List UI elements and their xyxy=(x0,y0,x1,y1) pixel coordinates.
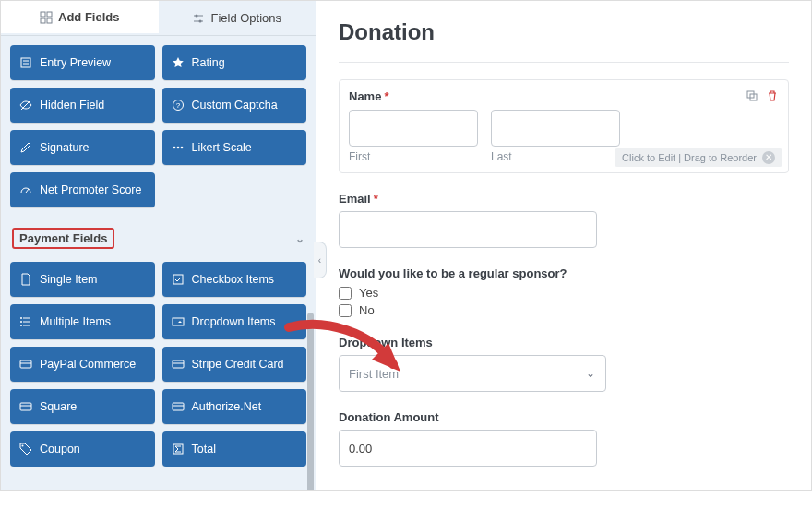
tab-add-fields[interactable]: Add Fields xyxy=(1,1,159,35)
field-button-label: Custom Captcha xyxy=(192,99,278,112)
required-asterisk: * xyxy=(384,89,388,103)
field-button-label: Square xyxy=(40,400,77,413)
field-button-entry-preview[interactable]: Entry Preview xyxy=(10,45,155,80)
checkbox-input[interactable] xyxy=(339,287,352,300)
pencil-icon xyxy=(19,141,32,154)
svg-line-17 xyxy=(26,189,29,193)
required-asterisk: * xyxy=(374,192,378,206)
entry-preview-icon xyxy=(19,56,32,69)
svg-rect-30 xyxy=(20,403,31,410)
field-button-hidden-field[interactable]: Hidden Field xyxy=(10,88,155,123)
page-title: Donation xyxy=(339,19,789,63)
field-button-signature[interactable]: Signature xyxy=(10,130,155,165)
field-button-label: Dropdown Items xyxy=(192,315,276,328)
svg-rect-2 xyxy=(41,18,45,23)
svg-rect-32 xyxy=(173,403,184,410)
last-name-input[interactable] xyxy=(491,110,620,147)
field-button-label: Multiple Items xyxy=(40,315,111,328)
sublabel-first: First xyxy=(349,150,478,163)
field-button-label: PayPal Commerce xyxy=(40,358,136,371)
sublabel-last: Last xyxy=(491,150,620,163)
sidebar-scroll[interactable]: Entry PreviewRatingHidden Field?Custom C… xyxy=(1,36,316,490)
field-button-checkbox-items[interactable]: Checkbox Items xyxy=(162,262,307,297)
card-icon xyxy=(19,400,32,413)
checkbox-input[interactable] xyxy=(339,304,352,317)
collapse-sidebar-button[interactable]: ‹ xyxy=(314,242,327,278)
field-label: Name* xyxy=(349,89,388,103)
tab-label: Field Options xyxy=(210,11,281,25)
card-icon xyxy=(19,358,32,371)
svg-point-14 xyxy=(173,147,175,149)
star-icon xyxy=(172,56,185,69)
trash-icon[interactable] xyxy=(766,89,779,102)
card-icon xyxy=(172,358,185,371)
dropdown-items-select[interactable]: First Item xyxy=(339,355,606,392)
svg-text:?: ? xyxy=(175,101,180,110)
field-email[interactable]: Email* xyxy=(339,192,789,248)
dots-icon xyxy=(172,141,185,154)
section-title-text: Payment Fields xyxy=(12,228,114,249)
field-button-label: Likert Scale xyxy=(192,141,252,154)
field-label: Dropdown Items xyxy=(339,336,789,349)
tag-icon xyxy=(19,443,32,455)
field-button-label: Stripe Credit Card xyxy=(192,358,284,371)
field-button-custom-captcha[interactable]: ?Custom Captcha xyxy=(162,88,307,123)
field-label: Email* xyxy=(339,192,789,206)
email-input[interactable] xyxy=(339,211,597,248)
svg-rect-0 xyxy=(41,12,45,17)
gauge-icon xyxy=(19,183,32,196)
file-icon xyxy=(19,273,32,286)
check-square-icon xyxy=(172,273,185,286)
checkbox-option-yes[interactable]: Yes xyxy=(339,286,789,300)
field-donation-amount[interactable]: Donation Amount xyxy=(339,410,789,467)
field-button-paypal-commerce[interactable]: PayPal Commerce xyxy=(10,347,155,382)
first-name-input[interactable] xyxy=(349,110,478,147)
svg-point-22 xyxy=(20,317,22,319)
close-icon[interactable]: ✕ xyxy=(762,151,775,164)
checkbox-option-no[interactable]: No xyxy=(339,303,789,317)
svg-rect-25 xyxy=(173,318,184,325)
field-button-multiple-items[interactable]: Multiple Items xyxy=(10,304,155,339)
tab-field-options[interactable]: Field Options xyxy=(159,1,316,35)
svg-point-5 xyxy=(196,14,198,17)
field-button-stripe-credit-card[interactable]: Stripe Credit Card xyxy=(162,347,307,382)
svg-rect-18 xyxy=(173,275,183,284)
field-button-single-item[interactable]: Single Item xyxy=(10,262,155,297)
svg-rect-3 xyxy=(47,18,52,23)
scrollbar-thumb[interactable] xyxy=(307,313,314,490)
chevron-down-icon: ⌄ xyxy=(295,232,304,245)
field-label: Donation Amount xyxy=(339,410,789,424)
field-button-dropdown-items[interactable]: Dropdown Items xyxy=(162,304,307,339)
field-sponsor[interactable]: Would you like to be a regular sponsor? … xyxy=(339,266,789,317)
dropdown-icon xyxy=(172,315,185,328)
field-button-net-promoter-score[interactable]: Net Promoter Score xyxy=(10,172,155,207)
field-button-label: Net Promoter Score xyxy=(40,183,141,196)
tab-label: Add Fields xyxy=(58,10,119,24)
field-name[interactable]: Name* First xyxy=(339,79,789,173)
svg-rect-28 xyxy=(173,360,184,368)
field-button-likert-scale[interactable]: Likert Scale xyxy=(162,130,307,165)
checkbox-label: Yes xyxy=(359,286,378,300)
field-dropdown-items[interactable]: Dropdown Items First Item ⌄ xyxy=(339,336,789,392)
field-button-label: Entry Preview xyxy=(40,56,111,69)
field-button-total[interactable]: Total xyxy=(162,431,307,467)
field-button-label: Checkbox Items xyxy=(192,273,275,286)
sigma-icon xyxy=(172,443,185,455)
svg-point-15 xyxy=(176,147,179,149)
field-button-coupon[interactable]: Coupon xyxy=(10,431,155,467)
field-button-label: Hidden Field xyxy=(40,99,104,112)
field-button-rating[interactable]: Rating xyxy=(162,45,307,80)
donation-amount-input[interactable] xyxy=(339,430,597,467)
edit-hint: Click to Edit | Drag to Reorder ✕ xyxy=(615,148,782,167)
field-label: Would you like to be a regular sponsor? xyxy=(339,266,789,280)
field-button-label: Coupon xyxy=(40,443,80,455)
svg-point-16 xyxy=(180,147,183,149)
field-button-square[interactable]: Square xyxy=(10,389,155,424)
field-button-authorize-net[interactable]: Authorize.Net xyxy=(162,389,307,424)
duplicate-icon[interactable] xyxy=(746,89,758,102)
field-button-label: Authorize.Net xyxy=(192,400,262,413)
field-button-label: Rating xyxy=(192,56,225,69)
section-payment-fields[interactable]: Payment Fields ⌄ xyxy=(10,224,306,253)
field-button-label: Single Item xyxy=(40,273,98,286)
form-preview: Donation Name* xyxy=(316,1,811,490)
